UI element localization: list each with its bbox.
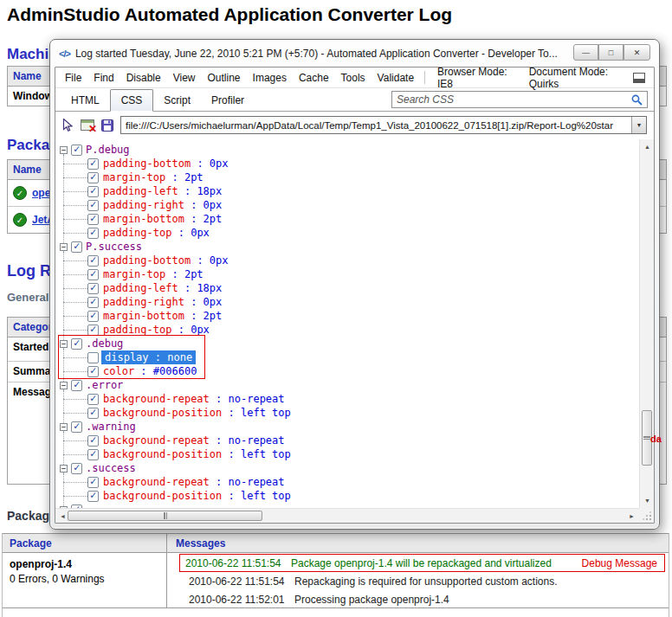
property-checkbox[interactable]: ✓ <box>71 145 82 156</box>
collapse-expander-icon[interactable]: − <box>60 340 68 348</box>
property-checkbox[interactable]: ✓ <box>71 421 82 433</box>
property-checkbox[interactable]: ✓ <box>87 297 99 308</box>
property-checkbox[interactable]: ✓ <box>87 366 99 377</box>
css-property-row[interactable]: ✓background-position : left top <box>57 447 639 461</box>
css-property-row[interactable]: ✓padding-bottom : 0px <box>57 157 639 170</box>
vertical-scrollbar[interactable]: ▲ ▼ <box>639 139 654 508</box>
css-property-row[interactable]: ✓padding-top : 0px <box>57 323 639 337</box>
property-checkbox[interactable]: ✓ <box>87 325 99 336</box>
property-checkbox[interactable]: ✓ <box>87 255 99 267</box>
css-property-row[interactable]: ✓margin-top : 2pt <box>57 170 639 184</box>
property-text: background-repeat : no-repeat <box>101 392 287 406</box>
css-property-row[interactable]: ✓margin-bottom : 2pt <box>57 309 639 323</box>
css-property-row[interactable]: ✓padding-left : 18px <box>57 184 639 198</box>
minimize-button[interactable]: — <box>573 44 598 61</box>
property-checkbox[interactable]: ✓ <box>87 477 99 488</box>
combo-dropdown-icon[interactable]: ▼ <box>631 117 646 133</box>
menu-tools[interactable]: Tools <box>335 69 372 87</box>
css-property-row[interactable]: display : none <box>57 350 639 364</box>
tree-connector-stub <box>63 399 87 400</box>
tab-profiler[interactable]: Profiler <box>201 90 255 111</box>
tab-css[interactable]: CSS <box>110 89 154 112</box>
property-checkbox[interactable]: ✓ <box>87 311 99 322</box>
horizontal-scroll-thumb[interactable] <box>68 511 262 521</box>
select-element-cursor-icon[interactable] <box>62 119 74 132</box>
resize-grip[interactable] <box>639 508 654 523</box>
css-property-row[interactable]: ✓background-repeat : no-repeat <box>57 434 639 447</box>
property-checkbox[interactable]: ✓ <box>87 269 99 280</box>
tab-html[interactable]: HTML <box>61 90 110 111</box>
css-selector: .error <box>86 378 123 392</box>
scroll-up-icon[interactable]: ▲ <box>640 139 655 154</box>
css-property-row[interactable]: ✓margin-top : 2pt <box>57 267 639 281</box>
file-url-combo[interactable]: file:///C:/Users/michaelurman/AppData/Lo… <box>120 116 647 134</box>
property-checkbox[interactable]: ✓ <box>71 380 82 391</box>
file-url-text: file:///C:/Users/michaelurman/AppData/Lo… <box>121 120 631 131</box>
property-checkbox[interactable] <box>87 352 99 363</box>
menu-find[interactable]: Find <box>87 69 120 87</box>
css-property-row[interactable]: ✓padding-left : 18px <box>57 281 639 295</box>
css-rule-row[interactable]: −✓P.success <box>57 240 639 254</box>
property-checkbox[interactable]: ✓ <box>87 172 99 183</box>
css-property-row[interactable]: ✓color : #006600 <box>57 364 639 378</box>
property-checkbox[interactable]: ✓ <box>71 241 82 253</box>
property-checkbox[interactable]: ✓ <box>87 283 99 294</box>
menu-validate[interactable]: Validate <box>372 69 420 87</box>
css-property-row[interactable]: ✓padding-right : 0px <box>57 198 639 212</box>
tree-connector-stub <box>63 177 87 178</box>
collapse-expander-icon[interactable]: − <box>60 423 68 431</box>
css-property-row[interactable]: ✓padding-top : 0px <box>57 226 639 240</box>
css-property-row[interactable]: ✓margin-bottom : 2pt <box>57 212 639 226</box>
scroll-right-icon[interactable]: ► <box>624 509 639 524</box>
property-checkbox[interactable]: ✓ <box>71 463 82 474</box>
menu-cache[interactable]: Cache <box>293 69 335 87</box>
property-checkbox[interactable]: ✓ <box>87 186 99 197</box>
css-rule-row[interactable]: −✓.error <box>57 378 639 392</box>
property-checkbox[interactable]: ✓ <box>87 394 99 405</box>
collapse-expander-icon[interactable]: − <box>60 243 68 251</box>
css-rule-row[interactable]: −✓.success <box>57 461 639 475</box>
search-icon[interactable] <box>631 94 643 106</box>
property-value: : none <box>149 351 193 363</box>
property-checkbox[interactable]: ✓ <box>87 491 99 502</box>
clear-browser-cache-icon[interactable]: ✕ <box>81 119 94 131</box>
property-checkbox[interactable]: ✓ <box>87 435 99 447</box>
property-checkbox[interactable]: ✓ <box>87 408 99 419</box>
css-rule-row[interactable]: −✓.warning <box>57 420 639 434</box>
css-property-row[interactable]: ✓background-position : left top <box>57 489 639 503</box>
menu-disable[interactable]: Disable <box>120 69 167 87</box>
close-button[interactable]: ✕ <box>624 44 650 61</box>
maximize-button[interactable]: □ <box>598 44 624 61</box>
property-checkbox[interactable]: ✓ <box>71 338 82 350</box>
menu-images[interactable]: Images <box>247 69 293 87</box>
css-property-row[interactable]: ✓background-repeat : no-repeat <box>57 392 639 406</box>
css-property-row[interactable]: ✓background-repeat : no-repeat <box>57 475 639 489</box>
collapse-expander-icon[interactable]: − <box>60 146 68 154</box>
css-rule-row[interactable]: −✓P.debug <box>57 143 639 157</box>
tab-script[interactable]: Script <box>153 90 201 111</box>
general-subheading: General <box>7 291 48 304</box>
devtools-titlebar[interactable]: </> Log started Tuesday, June 22, 2010 5… <box>50 40 659 67</box>
css-property-row[interactable]: ✓padding-bottom : 0px <box>57 254 639 267</box>
menu-outline[interactable]: Outline <box>202 69 247 87</box>
css-property-row[interactable]: ✓padding-right : 0px <box>57 295 639 309</box>
property-checkbox[interactable]: ✓ <box>87 158 99 170</box>
property-checkbox[interactable]: ✓ <box>87 228 99 239</box>
property-checkbox[interactable]: ✓ <box>87 449 99 460</box>
menu-view[interactable]: View <box>167 69 202 87</box>
search-input[interactable] <box>397 93 631 106</box>
menu-file[interactable]: File <box>59 69 87 87</box>
property-text: margin-top : 2pt <box>101 170 205 184</box>
property-checkbox[interactable]: ✓ <box>87 214 99 225</box>
property-text: background-repeat : no-repeat <box>101 434 287 447</box>
horizontal-scrollbar[interactable]: ◄ ► <box>55 508 639 523</box>
css-property-row[interactable]: ✓background-position : left top <box>57 406 639 420</box>
tree-connector-stub <box>63 260 87 261</box>
css-rule-row[interactable]: −✓.debug <box>57 337 639 350</box>
scroll-down-icon[interactable]: ▼ <box>640 493 655 508</box>
unpin-window-icon[interactable] <box>633 73 645 83</box>
collapse-expander-icon[interactable]: − <box>60 382 68 389</box>
collapse-expander-icon[interactable]: − <box>60 465 68 472</box>
property-checkbox[interactable]: ✓ <box>87 200 99 211</box>
save-icon[interactable] <box>101 119 113 132</box>
